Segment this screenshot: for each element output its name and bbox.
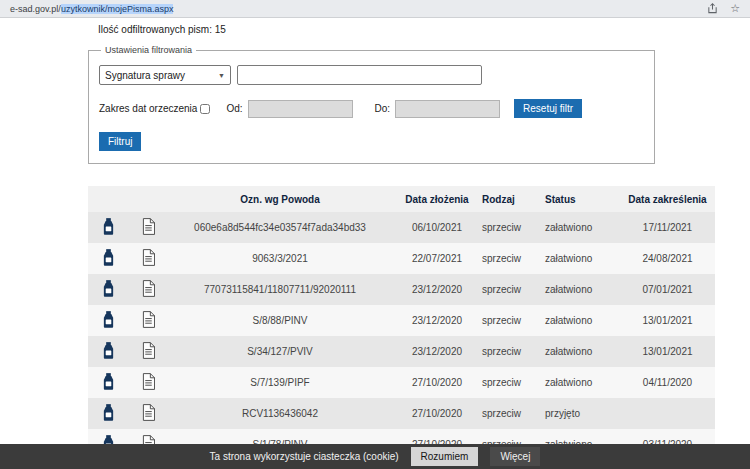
cookie-more-button[interactable]: Więcej	[490, 447, 540, 466]
header-icon-col-2	[128, 186, 168, 212]
cell-data-zlozenia: 27/10/2020	[392, 398, 482, 429]
date-from-label: Od:	[226, 103, 242, 114]
filter-submit-button[interactable]: Filtruj	[99, 132, 141, 151]
header-data-zakreslenia: Data zakreślenia	[620, 186, 715, 212]
table-row: 77073115841/11807711/92020111 23/12/2020…	[88, 274, 715, 305]
date-to-label: Do:	[375, 103, 391, 114]
share-icon[interactable]	[707, 3, 718, 14]
cell-status: załatwiono	[545, 274, 620, 305]
filter-search-input[interactable]	[237, 65, 482, 85]
documents-table: Ozn. wg Powoda Data złożenia Rodzaj Stat…	[88, 186, 715, 469]
bookmark-star-icon[interactable]: ☆	[730, 3, 740, 14]
filter-criteria-value: Sygnatura sprawy	[105, 70, 185, 81]
cell-data-zlozenia: 23/12/2020	[392, 274, 482, 305]
document-icon[interactable]	[142, 249, 155, 266]
document-icon[interactable]	[142, 404, 155, 421]
table-row: 060e6a8d544fc34e03574f7ada34bd33 06/10/2…	[88, 212, 715, 243]
date-range-label: Zakres dat orzeczenia	[99, 103, 197, 114]
table-row: S/34/127/PVIV 23/12/2020 sprzeciw załatw…	[88, 336, 715, 367]
table-row: S/8/88/PINV 23/12/2020 sprzeciw załatwio…	[88, 305, 715, 336]
document-icon[interactable]	[142, 218, 155, 235]
date-to-input[interactable]	[395, 100, 500, 118]
header-status: Status	[545, 186, 620, 212]
cell-rodzaj: sprzeciw	[482, 212, 545, 243]
cell-status: załatwiono	[545, 367, 620, 398]
ink-bottle-icon[interactable]	[102, 218, 115, 235]
cookie-accept-button[interactable]: Rozumiem	[411, 447, 479, 466]
document-icon[interactable]	[142, 280, 155, 297]
cell-ozn-wg-powoda: 060e6a8d544fc34e03574f7ada34bd33	[168, 212, 392, 243]
cell-rodzaj: sprzeciw	[482, 274, 545, 305]
ink-bottle-icon[interactable]	[102, 404, 115, 421]
cookie-banner: Ta strona wykorzystuje ciasteczka (cooki…	[0, 444, 750, 469]
cell-ozn-wg-powoda: RCV1136436042	[168, 398, 392, 429]
cell-data-zlozenia: 27/10/2020	[392, 367, 482, 398]
table-row: RCV1136436042 27/10/2020 sprzeciw przyję…	[88, 398, 715, 429]
header-data-zlozenia: Data złożenia	[392, 186, 482, 212]
cell-ozn-wg-powoda: S/7/139/PIPF	[168, 367, 392, 398]
cell-data-zlozenia: 22/07/2021	[392, 243, 482, 274]
filter-criteria-select[interactable]: Sygnatura sprawy ▼	[99, 65, 231, 85]
cell-data-zakreslenia	[620, 398, 715, 429]
header-rodzaj: Rodzaj	[482, 186, 545, 212]
cell-data-zakreslenia: 13/01/2021	[620, 336, 715, 367]
ink-bottle-icon[interactable]	[102, 249, 115, 266]
cell-ozn-wg-powoda: S/34/127/PVIV	[168, 336, 392, 367]
cell-status: załatwiono	[545, 212, 620, 243]
cell-data-zlozenia: 06/10/2021	[392, 212, 482, 243]
cell-data-zlozenia: 23/12/2020	[392, 336, 482, 367]
cell-data-zakreslenia: 24/08/2021	[620, 243, 715, 274]
cell-status: załatwiono	[545, 336, 620, 367]
reset-filter-button[interactable]: Resetuj filtr	[514, 99, 582, 118]
cell-status: przyjęto	[545, 398, 620, 429]
cell-ozn-wg-powoda: 77073115841/11807711/92020111	[168, 274, 392, 305]
ink-bottle-icon[interactable]	[102, 342, 115, 359]
cell-rodzaj: sprzeciw	[482, 336, 545, 367]
table-row: 9063/3/2021 22/07/2021 sprzeciw załatwio…	[88, 243, 715, 274]
document-icon[interactable]	[142, 342, 155, 359]
cell-data-zakreslenia: 07/01/2021	[620, 274, 715, 305]
documents-table-body: 060e6a8d544fc34e03574f7ada34bd33 06/10/2…	[88, 212, 715, 469]
filtered-count-label: Ilość odfiltrowanych pism: 15	[98, 24, 655, 35]
ink-bottle-icon[interactable]	[102, 280, 115, 297]
url-path: uzytkownik/mojePisma.aspx	[61, 4, 174, 14]
filter-legend: Ustawienia filtrowania	[101, 45, 196, 55]
cookie-message: Ta strona wykorzystuje ciasteczka (cooki…	[210, 451, 399, 462]
cell-data-zakreslenia: 04/11/2020	[620, 367, 715, 398]
cell-rodzaj: sprzeciw	[482, 243, 545, 274]
ink-bottle-icon[interactable]	[102, 373, 115, 390]
filter-settings-fieldset: Ustawienia filtrowania Sygnatura sprawy …	[88, 45, 655, 164]
url-text[interactable]: e-sad.gov.pl/uzytkownik/mojePisma.aspx	[10, 4, 707, 14]
url-host: e-sad.gov.pl/	[10, 4, 61, 14]
document-icon[interactable]	[142, 311, 155, 328]
header-icon-col-1	[88, 186, 128, 212]
date-range-checkbox[interactable]	[200, 104, 210, 114]
cell-data-zakreslenia: 17/11/2021	[620, 212, 715, 243]
cell-rodzaj: sprzeciw	[482, 398, 545, 429]
document-icon[interactable]	[142, 373, 155, 390]
cell-rodzaj: sprzeciw	[482, 305, 545, 336]
table-row: S/7/139/PIPF 27/10/2020 sprzeciw załatwi…	[88, 367, 715, 398]
ink-bottle-icon[interactable]	[102, 311, 115, 328]
header-ozn-wg-powoda: Ozn. wg Powoda	[168, 186, 392, 212]
page-content: Ilość odfiltrowanych pism: 15 Ustawienia…	[88, 24, 655, 469]
cell-ozn-wg-powoda: S/8/88/PINV	[168, 305, 392, 336]
table-header-row: Ozn. wg Powoda Data złożenia Rodzaj Stat…	[88, 186, 715, 212]
cell-ozn-wg-powoda: 9063/3/2021	[168, 243, 392, 274]
cell-rodzaj: sprzeciw	[482, 367, 545, 398]
browser-address-bar[interactable]: e-sad.gov.pl/uzytkownik/mojePisma.aspx ☆	[0, 0, 750, 18]
chevron-down-icon: ▼	[218, 72, 225, 79]
cell-data-zlozenia: 23/12/2020	[392, 305, 482, 336]
cell-status: załatwiono	[545, 305, 620, 336]
cell-data-zakreslenia: 13/01/2021	[620, 305, 715, 336]
date-from-input[interactable]	[248, 100, 353, 118]
cell-status: załatwiono	[545, 243, 620, 274]
